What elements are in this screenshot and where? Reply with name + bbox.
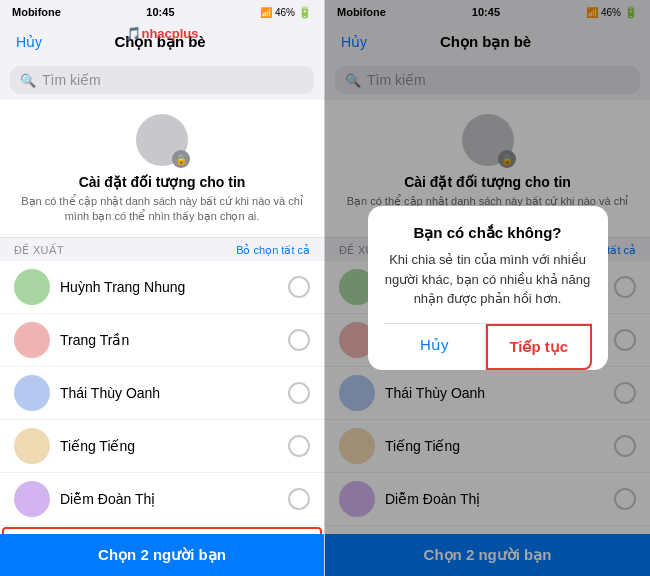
battery-icon-left: 46% [275,7,295,18]
section-label-left: ĐỀ XUẤT [14,244,64,257]
modal-title: Bạn có chắc không? [384,224,592,242]
contact-name-left-3: Tiếng Tiếng [60,438,288,454]
contact-row-left-3[interactable]: Tiếng Tiếng [0,420,324,473]
carrier-left: Mobifone [12,6,61,18]
title-left: Chọn bạn bè [114,33,205,51]
contact-row-left-2[interactable]: Thái Thùy Oanh [0,367,324,420]
contact-row-left-5[interactable]: Mon Mon✓ [2,527,322,534]
search-placeholder-left: Tìm kiếm [42,72,101,88]
right-panel: Mobifone 10:45 📶 46% 🔋 Hủy Chọn bạn bè 🔍… [325,0,650,576]
contact-check-left-3[interactable] [288,435,310,457]
modal-cancel-button[interactable]: Hủy [384,324,487,370]
time-left: 10:45 [146,6,174,18]
info-box-left: 🔒 Cài đặt đối tượng cho tin Bạn có thể c… [0,100,324,238]
status-bar-left: Mobifone 10:45 📶 46% 🔋 [0,0,324,22]
wifi-icon-left: 📶 [260,7,272,18]
modal-desc: Khi chia sẻ tin của mình với nhiều người… [384,250,592,309]
contact-name-left-2: Thái Thùy Oanh [60,385,288,401]
battery-left: 📶 46% 🔋 [260,6,312,19]
contact-check-left-2[interactable] [288,382,310,404]
contact-avatar-left-2 [14,375,50,411]
cancel-button-left[interactable]: Hủy [16,34,42,50]
nav-header-left: Hủy Chọn bạn bè [0,22,324,62]
lock-icon-left: 🔒 [172,150,190,168]
contact-avatar-left-0 [14,269,50,305]
contact-check-left-0[interactable] [288,276,310,298]
left-panel: 🎵nhacplus Mobifone 10:45 📶 46% 🔋 Hủy Chọ… [0,0,325,576]
modal-box: Bạn có chắc không? Khi chia sẻ tin của m… [368,206,608,370]
contact-avatar-left-1 [14,322,50,358]
info-title-left: Cài đặt đối tượng cho tin [79,174,246,190]
contact-row-left-0[interactable]: Huỳnh Trang Nhung [0,261,324,314]
contact-avatar-left-4 [14,481,50,517]
search-icon-left: 🔍 [20,73,36,88]
modal-overlay: Bạn có chắc không? Khi chia sẻ tin của m… [325,0,650,576]
section-header-left: ĐỀ XUẤT Bỏ chọn tất cả [0,238,324,261]
bottom-button-left[interactable]: Chọn 2 người bạn [0,534,324,576]
contact-name-left-0: Huỳnh Trang Nhung [60,279,288,295]
battery-symbol-left: 🔋 [298,6,312,19]
contact-list-left: Huỳnh Trang NhungTrang TrầnThái Thùy Oan… [0,261,324,534]
deselect-all-left[interactable]: Bỏ chọn tất cả [236,244,310,257]
info-desc-left: Bạn có thể cập nhật danh sách này bất cứ… [16,194,308,225]
info-avatar-wrap-left: 🔒 [136,114,188,166]
contact-name-left-4: Diễm Đoàn Thị [60,491,288,507]
contact-row-left-4[interactable]: Diễm Đoàn Thị [0,473,324,526]
contact-check-left-1[interactable] [288,329,310,351]
search-bar-left[interactable]: 🔍 Tìm kiếm [10,66,314,94]
contact-check-left-4[interactable] [288,488,310,510]
contact-name-left-1: Trang Trần [60,332,288,348]
contact-row-left-1[interactable]: Trang Trần [0,314,324,367]
modal-confirm-button[interactable]: Tiếp tục [486,324,592,370]
modal-actions: Hủy Tiếp tục [384,323,592,370]
contact-avatar-left-3 [14,428,50,464]
